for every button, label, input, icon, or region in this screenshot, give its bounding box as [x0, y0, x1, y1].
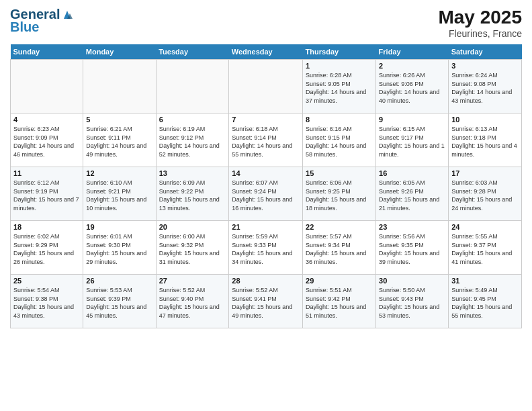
day-number: 31 [451, 277, 519, 285]
day-number: 12 [86, 169, 152, 177]
day-info: Sunrise: 6:18 AM Sunset: 9:14 PM Dayligh… [232, 125, 300, 158]
calendar-cell [156, 60, 229, 113]
calendar-cell [83, 60, 156, 113]
calendar-cell: 22Sunrise: 5:57 AM Sunset: 9:34 PM Dayli… [303, 221, 376, 275]
calendar-title: May 2025 [438, 7, 522, 28]
calendar-cell [229, 60, 303, 113]
calendar-cell: 14Sunrise: 6:07 AM Sunset: 9:24 PM Dayli… [229, 167, 303, 221]
calendar-week-2: 4Sunrise: 6:23 AM Sunset: 9:09 PM Daylig… [11, 113, 522, 167]
calendar-cell: 19Sunrise: 6:01 AM Sunset: 9:30 PM Dayli… [83, 221, 156, 275]
day-info: Sunrise: 6:06 AM Sunset: 9:25 PM Dayligh… [306, 179, 373, 212]
calendar-cell: 17Sunrise: 6:03 AM Sunset: 9:28 PM Dayli… [449, 167, 522, 221]
header-thursday: Thursday [303, 44, 376, 60]
header-tuesday: Tuesday [156, 44, 229, 60]
day-number: 17 [451, 169, 519, 177]
day-number: 30 [379, 277, 445, 285]
calendar-subtitle: Fleurines, France [438, 28, 522, 39]
calendar-cell: 2Sunrise: 6:26 AM Sunset: 9:06 PM Daylig… [376, 60, 449, 113]
day-number: 9 [379, 116, 445, 124]
calendar-cell: 24Sunrise: 5:55 AM Sunset: 9:37 PM Dayli… [449, 221, 522, 275]
header-wednesday: Wednesday [229, 44, 303, 60]
calendar-cell: 5Sunrise: 6:21 AM Sunset: 9:11 PM Daylig… [83, 113, 156, 167]
day-info: Sunrise: 6:19 AM Sunset: 9:12 PM Dayligh… [159, 125, 226, 158]
day-info: Sunrise: 6:10 AM Sunset: 9:21 PM Dayligh… [86, 179, 152, 212]
logo: General Blue [10, 7, 73, 35]
calendar-week-4: 18Sunrise: 6:02 AM Sunset: 9:29 PM Dayli… [11, 221, 522, 275]
calendar-cell [11, 60, 83, 113]
calendar-cell: 27Sunrise: 5:52 AM Sunset: 9:40 PM Dayli… [156, 275, 229, 328]
day-number: 25 [13, 277, 80, 285]
day-info: Sunrise: 6:12 AM Sunset: 9:19 PM Dayligh… [13, 179, 80, 212]
day-info: Sunrise: 6:00 AM Sunset: 9:32 PM Dayligh… [159, 232, 226, 266]
calendar-cell: 28Sunrise: 5:52 AM Sunset: 9:41 PM Dayli… [229, 275, 303, 328]
day-info: Sunrise: 6:28 AM Sunset: 9:05 PM Dayligh… [306, 71, 373, 105]
calendar-cell: 10Sunrise: 6:13 AM Sunset: 9:18 PM Dayli… [449, 113, 522, 167]
day-number: 28 [232, 277, 300, 285]
day-number: 27 [159, 277, 226, 285]
day-info: Sunrise: 5:57 AM Sunset: 9:34 PM Dayligh… [306, 232, 373, 266]
day-number: 16 [379, 169, 445, 177]
day-info: Sunrise: 5:49 AM Sunset: 9:45 PM Dayligh… [451, 286, 519, 320]
header-sunday: Sunday [11, 44, 83, 60]
calendar-cell: 4Sunrise: 6:23 AM Sunset: 9:09 PM Daylig… [11, 113, 83, 167]
day-number: 15 [306, 169, 373, 177]
day-info: Sunrise: 5:52 AM Sunset: 9:41 PM Dayligh… [232, 286, 300, 320]
calendar-cell: 12Sunrise: 6:10 AM Sunset: 9:21 PM Dayli… [83, 167, 156, 221]
calendar-cell: 8Sunrise: 6:16 AM Sunset: 9:15 PM Daylig… [303, 113, 376, 167]
calendar-cell: 18Sunrise: 6:02 AM Sunset: 9:29 PM Dayli… [11, 221, 83, 275]
day-info: Sunrise: 6:16 AM Sunset: 9:15 PM Dayligh… [306, 125, 373, 158]
day-number: 2 [379, 62, 445, 70]
day-info: Sunrise: 6:24 AM Sunset: 9:08 PM Dayligh… [451, 71, 519, 105]
day-info: Sunrise: 6:03 AM Sunset: 9:28 PM Dayligh… [451, 179, 519, 212]
day-number: 1 [306, 62, 373, 70]
calendar-week-5: 25Sunrise: 5:54 AM Sunset: 9:38 PM Dayli… [11, 275, 522, 328]
logo-icon [61, 9, 73, 20]
calendar-cell: 11Sunrise: 6:12 AM Sunset: 9:19 PM Dayli… [11, 167, 83, 221]
day-number: 29 [306, 277, 373, 285]
calendar-cell: 6Sunrise: 6:19 AM Sunset: 9:12 PM Daylig… [156, 113, 229, 167]
day-number: 4 [13, 116, 80, 124]
day-number: 6 [159, 116, 226, 124]
day-info: Sunrise: 5:53 AM Sunset: 9:39 PM Dayligh… [86, 286, 152, 320]
header-monday: Monday [83, 44, 156, 60]
day-number: 10 [451, 116, 519, 124]
calendar-cell: 1Sunrise: 6:28 AM Sunset: 9:05 PM Daylig… [303, 60, 376, 113]
header-friday: Friday [376, 44, 449, 60]
day-number: 23 [379, 223, 445, 231]
calendar-cell: 16Sunrise: 6:05 AM Sunset: 9:26 PM Dayli… [376, 167, 449, 221]
calendar-week-1: 1Sunrise: 6:28 AM Sunset: 9:05 PM Daylig… [11, 60, 522, 113]
day-number: 21 [232, 223, 300, 231]
day-info: Sunrise: 6:01 AM Sunset: 9:30 PM Dayligh… [86, 232, 152, 266]
day-info: Sunrise: 6:21 AM Sunset: 9:11 PM Dayligh… [86, 125, 152, 158]
day-info: Sunrise: 6:26 AM Sunset: 9:06 PM Dayligh… [379, 71, 445, 105]
calendar-cell: 3Sunrise: 6:24 AM Sunset: 9:08 PM Daylig… [449, 60, 522, 113]
day-number: 11 [13, 169, 80, 177]
day-number: 26 [86, 277, 152, 285]
calendar-cell: 21Sunrise: 5:59 AM Sunset: 9:33 PM Dayli… [229, 221, 303, 275]
calendar-cell: 15Sunrise: 6:06 AM Sunset: 9:25 PM Dayli… [303, 167, 376, 221]
day-info: Sunrise: 5:59 AM Sunset: 9:33 PM Dayligh… [232, 232, 300, 266]
title-block: May 2025 Fleurines, France [438, 7, 522, 39]
calendar-table: Sunday Monday Tuesday Wednesday Thursday… [10, 44, 522, 328]
day-info: Sunrise: 6:23 AM Sunset: 9:09 PM Dayligh… [13, 125, 80, 158]
calendar-cell: 7Sunrise: 6:18 AM Sunset: 9:14 PM Daylig… [229, 113, 303, 167]
calendar-cell: 20Sunrise: 6:00 AM Sunset: 9:32 PM Dayli… [156, 221, 229, 275]
calendar-week-3: 11Sunrise: 6:12 AM Sunset: 9:19 PM Dayli… [11, 167, 522, 221]
day-number: 22 [306, 223, 373, 231]
header: General Blue May 2025 Fleurines, France [10, 7, 522, 39]
day-info: Sunrise: 5:50 AM Sunset: 9:43 PM Dayligh… [379, 286, 445, 320]
calendar-cell: 25Sunrise: 5:54 AM Sunset: 9:38 PM Dayli… [11, 275, 83, 328]
day-info: Sunrise: 6:02 AM Sunset: 9:29 PM Dayligh… [13, 232, 80, 266]
calendar-cell: 9Sunrise: 6:15 AM Sunset: 9:17 PM Daylig… [376, 113, 449, 167]
day-number: 8 [306, 116, 373, 124]
calendar-cell: 26Sunrise: 5:53 AM Sunset: 9:39 PM Dayli… [83, 275, 156, 328]
day-info: Sunrise: 5:51 AM Sunset: 9:42 PM Dayligh… [306, 286, 373, 320]
day-info: Sunrise: 6:15 AM Sunset: 9:17 PM Dayligh… [379, 125, 445, 158]
calendar-cell: 13Sunrise: 6:09 AM Sunset: 9:22 PM Dayli… [156, 167, 229, 221]
calendar-cell: 23Sunrise: 5:56 AM Sunset: 9:35 PM Dayli… [376, 221, 449, 275]
day-number: 5 [86, 116, 152, 124]
day-number: 19 [86, 223, 152, 231]
day-number: 24 [451, 223, 519, 231]
calendar-cell: 31Sunrise: 5:49 AM Sunset: 9:45 PM Dayli… [449, 275, 522, 328]
day-number: 7 [232, 116, 300, 124]
